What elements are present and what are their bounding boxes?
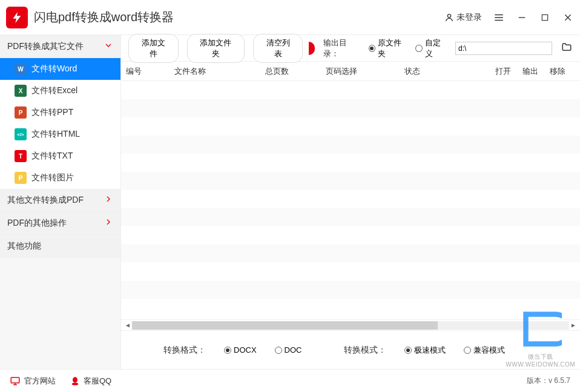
menu-button[interactable] <box>493 11 505 24</box>
login-label: 未登录 <box>456 12 482 23</box>
minimize-button[interactable] <box>516 11 528 24</box>
scrollbar-track[interactable] <box>132 321 569 330</box>
th-status: 状态 <box>404 66 495 77</box>
monitor-icon <box>10 376 21 387</box>
radio-mode-compat[interactable]: 兼容模式 <box>464 345 505 356</box>
menu-icon <box>493 12 504 23</box>
table-row <box>121 244 580 263</box>
scroll-right-button[interactable]: ► <box>569 322 578 328</box>
th-open: 打开 <box>495 66 522 77</box>
chevron-right-icon <box>104 194 113 206</box>
radio-custom-folder[interactable]: 自定义 <box>415 38 447 59</box>
sidebar-item-label: 文件转HTML <box>31 129 80 140</box>
separator <box>309 42 314 55</box>
sidebar-item-html[interactable]: </> 文件转HTML <box>0 123 120 145</box>
customer-qq-link[interactable]: 客服QQ <box>70 376 111 387</box>
maximize-icon <box>541 13 549 22</box>
table-row <box>121 263 580 281</box>
format-label: 转换格式： <box>163 345 206 356</box>
chevron-right-icon <box>104 217 113 229</box>
sidebar-item-label: 文件转Excel <box>31 85 77 96</box>
table-row <box>121 154 580 172</box>
link-label: 官方网站 <box>24 376 56 387</box>
th-remove: 移除 <box>550 66 574 77</box>
footer: 官方网站 客服QQ 版本：v 6.5.7 <box>0 369 580 392</box>
table-header: 编号 文件名称 总页数 页码选择 状态 打开 输出 移除 <box>121 62 580 81</box>
radio-icon <box>275 347 282 354</box>
clear-list-button[interactable]: 清空列表 <box>253 34 303 63</box>
image-icon: P <box>15 172 27 184</box>
titlebar: 闪电pdf转换成word转换器 未登录 <box>0 0 580 35</box>
sidebar-item-label: 文件转图片 <box>31 172 74 183</box>
sidebar-group-other-functions[interactable]: 其他功能 <box>0 235 120 258</box>
user-icon <box>444 13 454 22</box>
radio-mode-fast[interactable]: 极速模式 <box>404 345 446 356</box>
excel-icon: X <box>15 85 27 97</box>
login-button[interactable]: 未登录 <box>444 12 482 23</box>
app-logo <box>6 7 28 28</box>
table-row <box>121 117 580 136</box>
radio-label: 原文件夹 <box>378 38 407 59</box>
html-icon: </> <box>15 128 27 140</box>
svg-rect-8 <box>11 377 19 383</box>
svg-point-12 <box>72 382 79 385</box>
table-row <box>121 299 580 317</box>
radio-icon <box>224 347 231 354</box>
add-file-button[interactable]: 添加文件 <box>128 34 179 63</box>
scrollbar-thumb[interactable] <box>132 321 438 330</box>
sidebar-group-pdf-other-ops[interactable]: PDF的其他操作 <box>0 212 120 235</box>
scroll-left-button[interactable]: ◄ <box>124 322 132 328</box>
sidebar-item-txt[interactable]: T 文件转TXT <box>0 145 120 167</box>
browse-folder-button[interactable] <box>561 42 573 55</box>
radio-label: DOCX <box>234 345 257 354</box>
minimize-icon <box>517 13 527 22</box>
sidebar-group-other-to-pdf[interactable]: 其他文件转换成PDF <box>0 189 120 212</box>
table-row <box>121 99 580 117</box>
radio-original-folder[interactable]: 原文件夹 <box>369 38 407 59</box>
svg-point-11 <box>73 377 77 382</box>
radio-format-doc[interactable]: DOC <box>275 345 302 354</box>
close-button[interactable] <box>562 11 574 24</box>
sidebar-group-label: 其他文件转换成PDF <box>7 195 84 206</box>
folder-icon <box>561 42 573 53</box>
sidebar-item-label: 文件转TXT <box>31 151 73 162</box>
sidebar-item-excel[interactable]: X 文件转Excel <box>0 80 120 102</box>
radio-label: 极速模式 <box>414 345 446 356</box>
th-output: 输出 <box>522 66 550 77</box>
maximize-button[interactable] <box>539 11 551 24</box>
sidebar-group-pdf-to-other[interactable]: PDF转换成其它文件 <box>0 35 120 58</box>
table-row <box>121 281 580 299</box>
sidebar-group-label: 其他功能 <box>7 241 41 252</box>
th-filename: 文件名称 <box>174 66 265 77</box>
table-row <box>121 190 580 208</box>
sidebar: PDF转换成其它文件 W 文件转Word X 文件转Excel P 文件转PPT… <box>0 35 121 369</box>
official-site-link[interactable]: 官方网站 <box>10 376 56 387</box>
sidebar-item-image[interactable]: P 文件转图片 <box>0 167 120 189</box>
radio-label: 自定义 <box>425 38 447 59</box>
table-body <box>121 81 580 319</box>
mode-label: 转换模式： <box>344 345 386 356</box>
radio-icon <box>404 347 412 354</box>
horizontal-scrollbar[interactable]: ◄ ► <box>121 319 580 330</box>
sidebar-group-label: PDF转换成其它文件 <box>7 41 84 52</box>
link-label: 客服QQ <box>84 376 111 387</box>
table-row <box>121 81 580 99</box>
sidebar-item-word[interactable]: W 文件转Word <box>0 58 120 80</box>
ppt-icon: P <box>15 106 27 119</box>
sidebar-group-label: PDF的其他操作 <box>7 218 67 229</box>
radio-icon <box>369 45 375 52</box>
sidebar-item-ppt[interactable]: P 文件转PPT <box>0 102 120 123</box>
close-icon <box>563 13 573 22</box>
output-path-input[interactable] <box>455 42 552 55</box>
svg-point-0 <box>447 14 450 17</box>
th-index: 编号 <box>126 66 174 77</box>
table-row <box>121 226 580 244</box>
table-row <box>121 136 580 154</box>
radio-format-docx[interactable]: DOCX <box>224 345 257 354</box>
add-folder-button[interactable]: 添加文件夹 <box>187 34 245 63</box>
app-title: 闪电pdf转换成word转换器 <box>34 9 174 25</box>
txt-icon: T <box>15 150 27 162</box>
main-panel: 添加文件 添加文件夹 清空列表 输出目录： 原文件夹 自定义 编号 文件名称 总… <box>121 35 580 369</box>
word-icon: W <box>15 63 27 75</box>
radio-label: DOC <box>285 345 302 354</box>
